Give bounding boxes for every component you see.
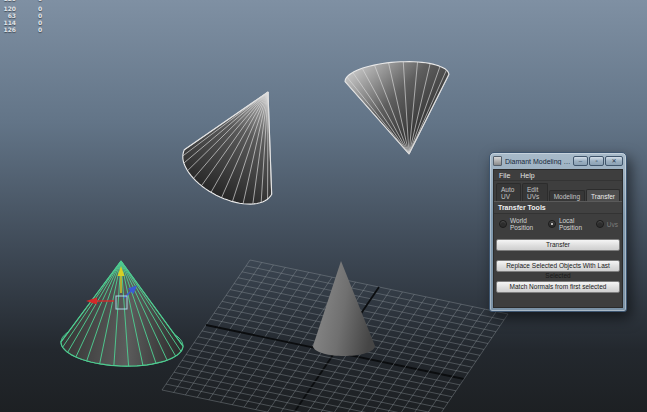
- window-client-area: File Help Auto UV Edit UVs Modeling Tran…: [493, 169, 623, 308]
- transfer-button[interactable]: Transfer: [496, 239, 620, 251]
- menu-bar: File Help: [494, 170, 622, 181]
- hud-total: 126: [2, 26, 16, 33]
- tab-bar: Auto UV Edit UVs Modeling Transfer: [496, 183, 620, 201]
- menu-help[interactable]: Help: [520, 172, 534, 179]
- hud-row: 63 0: [2, 12, 42, 19]
- hud-selected: 0: [38, 19, 42, 26]
- menu-file[interactable]: File: [499, 172, 510, 179]
- hud-total: 120: [2, 0, 16, 2]
- hud-selected: 0: [38, 5, 42, 12]
- radio-label: Uvs: [607, 221, 618, 228]
- cone-selected-green[interactable]: [61, 261, 183, 366]
- radio-uvs: Uvs: [596, 217, 618, 231]
- cone-top-left[interactable]: [183, 92, 272, 204]
- window-titlebar[interactable]: Diamant Modeling 1.0 al... – ▫ ✕: [490, 153, 626, 168]
- tab-transfer[interactable]: Transfer: [586, 189, 620, 201]
- hud-total: 120: [2, 5, 16, 12]
- radio-world-position[interactable]: World Position: [499, 217, 539, 231]
- hud-row: 120 0: [2, 5, 42, 12]
- hud-total: 114: [2, 19, 16, 26]
- hud-selected: 0: [38, 0, 42, 2]
- replace-selected-button[interactable]: Replace Selected Objects With Last Selec…: [496, 260, 620, 272]
- radio-dot-icon: [499, 220, 507, 228]
- cone-top-right[interactable]: [345, 62, 449, 154]
- match-normals-button[interactable]: Match Normals from first selected: [496, 281, 620, 293]
- tab-modeling[interactable]: Modeling: [549, 190, 585, 201]
- radio-label: Local Position: [559, 217, 587, 231]
- window-title: Diamant Modeling 1.0 al...: [505, 158, 573, 165]
- close-button[interactable]: ✕: [605, 156, 623, 166]
- hud-poly-counts: 120 0 120 0 63 0 114 0 126 0: [2, 0, 42, 33]
- app-icon: [493, 156, 502, 166]
- maximize-button[interactable]: ▫: [589, 156, 604, 166]
- position-mode-radios: World Position Local Position Uvs: [494, 214, 622, 234]
- tab-auto-uv[interactable]: Auto UV: [496, 183, 521, 201]
- tab-edit-uvs[interactable]: Edit UVs: [522, 183, 548, 201]
- hud-selected: 0: [38, 26, 42, 33]
- hud-row: 120 0: [2, 0, 42, 2]
- hud-total: 63: [2, 12, 16, 19]
- radio-label: World Position: [510, 217, 539, 231]
- window-controls: – ▫ ✕: [573, 156, 623, 166]
- radio-dot-icon: [596, 220, 604, 228]
- minimize-button[interactable]: –: [573, 156, 588, 166]
- hud-selected: 0: [38, 12, 42, 19]
- hud-row: 126 0: [2, 26, 42, 33]
- radio-local-position[interactable]: Local Position: [548, 217, 587, 231]
- diamant-modeling-window: Diamant Modeling 1.0 al... – ▫ ✕ File He…: [489, 152, 627, 312]
- section-title: Transfer Tools: [494, 201, 622, 214]
- hud-row: 114 0: [2, 19, 42, 26]
- radio-dot-icon: [548, 220, 556, 228]
